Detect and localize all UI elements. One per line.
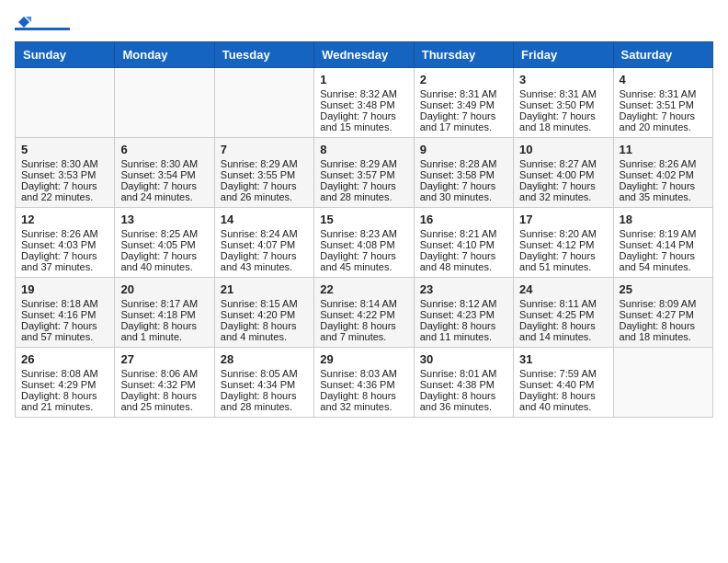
day-info: Daylight: 7 hours and 54 minutes. <box>620 250 707 272</box>
day-info: Sunrise: 8:03 AM <box>320 368 407 379</box>
day-info: Daylight: 7 hours and 26 minutes. <box>221 180 308 202</box>
day-info: Sunrise: 8:11 AM <box>519 298 607 309</box>
day-number: 12 <box>21 213 108 226</box>
calendar-cell: 8Sunrise: 8:29 AMSunset: 3:57 PMDaylight… <box>314 138 414 208</box>
day-info: Daylight: 8 hours and 14 minutes. <box>519 320 607 342</box>
day-info: Daylight: 7 hours and 45 minutes. <box>320 250 407 272</box>
day-number: 27 <box>120 352 208 366</box>
day-number: 2 <box>420 73 507 86</box>
day-info: Daylight: 8 hours and 28 minutes. <box>221 390 308 412</box>
day-info: Sunrise: 7:59 AM <box>519 368 607 379</box>
day-number: 22 <box>320 282 407 296</box>
day-info: Sunrise: 8:09 AM <box>620 298 707 309</box>
calendar-cell: 2Sunrise: 8:31 AMSunset: 3:49 PMDaylight… <box>414 68 513 138</box>
calendar-cell: 26Sunrise: 8:08 AMSunset: 4:29 PMDayligh… <box>16 348 115 418</box>
day-number: 25 <box>620 282 707 296</box>
day-info: Daylight: 8 hours and 11 minutes. <box>420 320 507 342</box>
calendar-cell: 5Sunrise: 8:30 AMSunset: 3:53 PMDaylight… <box>16 138 115 208</box>
day-info: Sunset: 4:38 PM <box>420 379 507 390</box>
day-info: Daylight: 7 hours and 15 minutes. <box>320 110 407 132</box>
day-number: 26 <box>21 352 108 366</box>
day-info: Sunrise: 8:23 AM <box>320 228 407 239</box>
day-info: Sunrise: 8:29 AM <box>320 158 407 169</box>
day-info: Sunset: 3:53 PM <box>21 169 108 180</box>
calendar-cell: 12Sunrise: 8:26 AMSunset: 4:03 PMDayligh… <box>16 208 115 278</box>
day-info: Daylight: 8 hours and 21 minutes. <box>21 390 108 412</box>
day-info: Sunset: 4:02 PM <box>620 169 707 180</box>
day-info: Sunrise: 8:29 AM <box>221 158 308 169</box>
day-info: Sunset: 4:34 PM <box>221 379 308 390</box>
day-info: Sunset: 4:08 PM <box>320 239 407 250</box>
day-info: Sunrise: 8:30 AM <box>120 158 208 169</box>
day-number: 1 <box>320 73 407 86</box>
day-info: Daylight: 7 hours and 22 minutes. <box>21 180 108 202</box>
day-info: Daylight: 7 hours and 57 minutes. <box>21 320 108 342</box>
logo <box>15 15 70 30</box>
day-info: Daylight: 7 hours and 32 minutes. <box>519 180 607 202</box>
day-info: Daylight: 7 hours and 37 minutes. <box>21 250 108 272</box>
day-number: 24 <box>519 282 607 296</box>
day-info: Sunset: 4:10 PM <box>420 239 507 250</box>
calendar-week-row: 1Sunrise: 8:32 AMSunset: 3:48 PMDaylight… <box>16 68 713 138</box>
calendar-cell: 3Sunrise: 8:31 AMSunset: 3:50 PMDaylight… <box>514 68 613 138</box>
day-number: 9 <box>420 143 507 156</box>
calendar-cell: 17Sunrise: 8:20 AMSunset: 4:12 PMDayligh… <box>514 208 613 278</box>
day-number: 23 <box>420 282 507 296</box>
calendar-cell <box>214 68 313 138</box>
day-info: Sunrise: 8:20 AM <box>519 228 607 239</box>
day-info: Daylight: 7 hours and 28 minutes. <box>320 180 407 202</box>
col-header-thursday: Thursday <box>414 42 513 68</box>
calendar-cell: 22Sunrise: 8:14 AMSunset: 4:22 PMDayligh… <box>314 278 414 348</box>
day-number: 21 <box>221 282 308 296</box>
day-info: Sunset: 4:27 PM <box>620 309 707 320</box>
calendar-cell: 6Sunrise: 8:30 AMSunset: 3:54 PMDaylight… <box>115 138 214 208</box>
day-info: Sunrise: 8:27 AM <box>519 158 607 169</box>
day-info: Sunrise: 8:15 AM <box>221 298 308 309</box>
day-info: Daylight: 7 hours and 24 minutes. <box>120 180 208 202</box>
day-info: Sunset: 4:22 PM <box>320 309 407 320</box>
day-info: Sunrise: 8:25 AM <box>120 228 208 239</box>
day-info: Sunset: 4:29 PM <box>21 379 108 390</box>
day-info: Sunset: 4:18 PM <box>120 309 208 320</box>
day-info: Sunset: 4:00 PM <box>519 169 607 180</box>
day-info: Sunset: 4:07 PM <box>221 239 308 250</box>
day-info: Daylight: 7 hours and 43 minutes. <box>221 250 308 272</box>
day-info: Sunset: 3:58 PM <box>420 169 507 180</box>
day-info: Daylight: 8 hours and 1 minute. <box>120 320 208 342</box>
calendar-cell: 15Sunrise: 8:23 AMSunset: 4:08 PMDayligh… <box>314 208 414 278</box>
day-info: Daylight: 7 hours and 17 minutes. <box>420 110 507 132</box>
col-header-friday: Friday <box>514 42 613 68</box>
col-header-tuesday: Tuesday <box>214 42 313 68</box>
day-info: Daylight: 8 hours and 18 minutes. <box>620 320 707 342</box>
calendar-cell: 29Sunrise: 8:03 AMSunset: 4:36 PMDayligh… <box>314 348 414 418</box>
calendar-cell: 19Sunrise: 8:18 AMSunset: 4:16 PMDayligh… <box>16 278 115 348</box>
day-info: Sunrise: 8:26 AM <box>21 228 108 239</box>
day-info: Sunrise: 8:08 AM <box>21 368 108 379</box>
day-number: 28 <box>221 352 308 366</box>
day-number: 5 <box>21 143 108 156</box>
day-number: 30 <box>420 352 507 366</box>
day-number: 11 <box>620 143 707 156</box>
day-info: Daylight: 7 hours and 35 minutes. <box>620 180 707 202</box>
calendar-cell: 9Sunrise: 8:28 AMSunset: 3:58 PMDaylight… <box>414 138 513 208</box>
day-info: Sunset: 3:51 PM <box>620 99 707 110</box>
day-number: 7 <box>221 143 308 156</box>
day-info: Sunrise: 8:05 AM <box>221 368 308 379</box>
col-header-wednesday: Wednesday <box>314 42 414 68</box>
day-info: Sunrise: 8:24 AM <box>221 228 308 239</box>
calendar-cell: 14Sunrise: 8:24 AMSunset: 4:07 PMDayligh… <box>214 208 313 278</box>
calendar-week-row: 19Sunrise: 8:18 AMSunset: 4:16 PMDayligh… <box>16 278 713 348</box>
day-number: 16 <box>420 213 507 226</box>
day-info: Daylight: 7 hours and 18 minutes. <box>519 110 607 132</box>
day-number: 19 <box>21 282 108 296</box>
calendar-cell <box>115 68 214 138</box>
day-info: Sunset: 3:48 PM <box>320 99 407 110</box>
day-number: 29 <box>320 352 407 366</box>
day-number: 31 <box>519 352 607 366</box>
day-number: 4 <box>620 73 707 86</box>
day-info: Sunrise: 8:17 AM <box>120 298 208 309</box>
calendar-cell <box>613 348 712 418</box>
day-info: Sunset: 4:40 PM <box>519 379 607 390</box>
day-info: Sunrise: 8:31 AM <box>620 88 707 99</box>
day-info: Sunrise: 8:12 AM <box>420 298 507 309</box>
